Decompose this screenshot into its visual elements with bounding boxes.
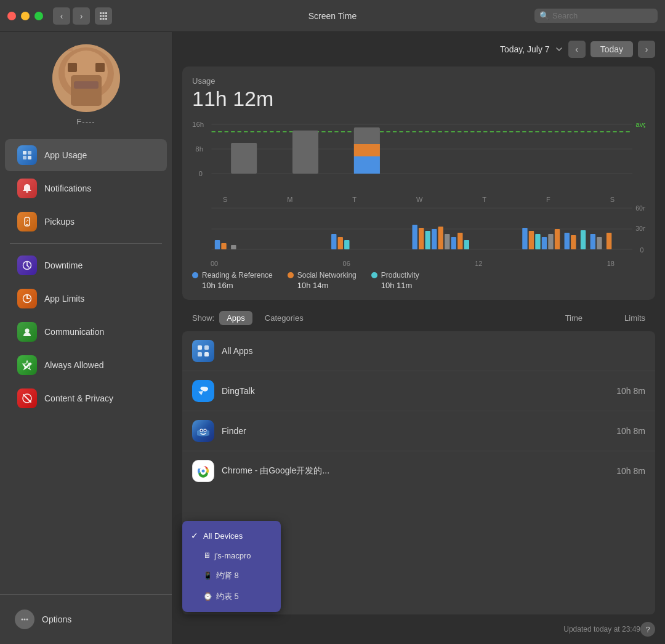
- show-row: Show: Apps Categories Time Limits: [182, 305, 655, 331]
- window-controls: [7, 12, 43, 20]
- svg-rect-73: [522, 228, 527, 249]
- sidebar-item-app-limits[interactable]: App Limits: [5, 283, 167, 315]
- svg-point-33: [25, 329, 30, 333]
- svg-rect-64: [412, 225, 417, 249]
- svg-rect-20: [28, 151, 31, 155]
- usage-time: 11h 12m: [192, 87, 645, 111]
- finder-time: 10h 8m: [616, 426, 645, 436]
- usage-label: Usage: [192, 76, 645, 86]
- svg-rect-62: [338, 237, 343, 249]
- window-title: Screen Time: [308, 11, 357, 21]
- downtime-icon: [17, 256, 37, 275]
- sidebar-divider-1: [10, 243, 162, 244]
- app-row-finder[interactable]: Finder 10h 8m: [182, 411, 655, 451]
- forward-button[interactable]: ›: [73, 7, 90, 25]
- sidebar-item-downtime[interactable]: Downtime: [5, 249, 167, 281]
- dingtalk-name: DingTalk: [222, 386, 616, 396]
- svg-point-37: [24, 619, 26, 621]
- svg-rect-66: [425, 231, 430, 249]
- svg-rect-65: [419, 228, 424, 249]
- iphone-label: 约肾 8: [216, 570, 239, 581]
- options-label: Options: [42, 614, 71, 624]
- svg-rect-83: [597, 237, 602, 249]
- svg-rect-75: [535, 234, 540, 249]
- svg-text:60m: 60m: [635, 205, 645, 212]
- show-categories-button[interactable]: Categories: [257, 311, 311, 325]
- grid-button[interactable]: [95, 7, 112, 25]
- legend-dot-social: [288, 272, 294, 278]
- svg-rect-13: [68, 63, 77, 72]
- svg-rect-72: [464, 240, 469, 249]
- content-privacy-icon: [17, 388, 37, 408]
- svg-rect-3: [100, 15, 102, 17]
- device-dropdown[interactable]: ✓ All Devices ✓ 🖥 j's-macpro ✓ 📱 约肾 8 ✓ …: [182, 521, 281, 612]
- svg-rect-80: [571, 235, 576, 249]
- sidebar-item-content-privacy[interactable]: Content & Privacy: [5, 382, 167, 414]
- svg-rect-16: [52, 44, 59, 51]
- help-button[interactable]: ?: [640, 622, 655, 637]
- date-next-button[interactable]: ›: [638, 41, 655, 58]
- sidebar-item-pickups[interactable]: ↗ Pickups: [5, 206, 167, 238]
- svg-rect-79: [565, 233, 570, 249]
- device-all-devices[interactable]: ✓ All Devices: [182, 526, 281, 545]
- sidebar-item-notifications[interactable]: Notifications: [5, 172, 167, 204]
- sidebar-label-communication: Communication: [44, 327, 104, 337]
- svg-text:avg: avg: [635, 121, 645, 128]
- sidebar-item-communication[interactable]: Communication: [5, 316, 167, 348]
- svg-rect-63: [344, 240, 349, 249]
- today-button[interactable]: Today: [590, 41, 633, 57]
- hourly-x-label-12: 12: [475, 260, 482, 267]
- svg-line-29: [27, 265, 29, 267]
- device-watch[interactable]: ✓ ⌚ 约表 5: [182, 586, 281, 607]
- svg-rect-15: [74, 81, 99, 89]
- sidebar-label-pickups: Pickups: [44, 217, 75, 227]
- date-prev-button[interactable]: ‹: [568, 41, 586, 58]
- sidebar-item-always-allowed[interactable]: Always Allowed: [5, 349, 167, 381]
- app-row-chrome[interactable]: Chrome - 由Google开发的... 10h 8m: [182, 451, 655, 491]
- date-chevron-icon: [555, 45, 563, 54]
- svg-text:16h: 16h: [192, 121, 204, 128]
- app-row-dingtalk[interactable]: DingTalk 10h 8m: [182, 371, 655, 411]
- device-iphone[interactable]: ✓ 📱 约肾 8: [182, 565, 281, 586]
- sidebar-label-app-usage: App Usage: [44, 150, 87, 160]
- hourly-chart: 60m 30m 0: [192, 203, 645, 265]
- svg-point-36: [22, 619, 23, 621]
- options-button[interactable]: Options: [10, 605, 162, 634]
- svg-rect-61: [331, 234, 336, 249]
- svg-rect-50: [354, 144, 380, 156]
- bottom-bar: ✓ All Devices ✓ 🖥 j's-macpro ✓ 📱 约肾 8 ✓ …: [172, 614, 665, 644]
- show-apps-button[interactable]: Apps: [219, 311, 252, 325]
- legend-label-social: Social Networking: [297, 271, 357, 280]
- app-limits-icon: [17, 289, 37, 308]
- svg-rect-86: [204, 345, 209, 350]
- search-bar[interactable]: 🔍: [534, 9, 658, 23]
- svg-rect-67: [432, 229, 437, 249]
- legend-dot-productivity: [371, 272, 377, 278]
- always-allowed-icon: [17, 355, 37, 375]
- updated-text: Updated today at 23:49: [563, 625, 640, 634]
- chart-x-label-f: F: [546, 196, 550, 203]
- avatar-image: [52, 44, 120, 112]
- sidebar-label-always-allowed: Always Allowed: [44, 360, 104, 370]
- device-macpro[interactable]: ✓ 🖥 j's-macpro: [182, 545, 281, 565]
- svg-rect-25: [26, 224, 28, 225]
- back-button[interactable]: ‹: [53, 7, 70, 25]
- svg-rect-51: [354, 156, 380, 174]
- hourly-x-label-18: 18: [607, 260, 615, 267]
- svg-rect-18: [66, 44, 73, 51]
- watch-label: 约表 5: [216, 591, 239, 602]
- svg-rect-78: [555, 229, 560, 249]
- sidebar-item-app-usage[interactable]: App Usage: [5, 139, 167, 171]
- minimize-button[interactable]: [21, 12, 30, 20]
- svg-text:0: 0: [199, 170, 203, 177]
- svg-rect-48: [292, 131, 318, 174]
- close-button[interactable]: [7, 12, 16, 20]
- legend-label-productivity: Productivity: [381, 271, 419, 280]
- iphone-icon: 📱: [203, 571, 212, 580]
- dingtalk-time: 10h 8m: [616, 386, 645, 396]
- maximize-button[interactable]: [34, 12, 43, 20]
- app-row-all-apps[interactable]: All Apps: [182, 331, 655, 371]
- search-input[interactable]: [552, 11, 653, 20]
- svg-rect-88: [204, 352, 209, 356]
- svg-rect-2: [105, 12, 107, 14]
